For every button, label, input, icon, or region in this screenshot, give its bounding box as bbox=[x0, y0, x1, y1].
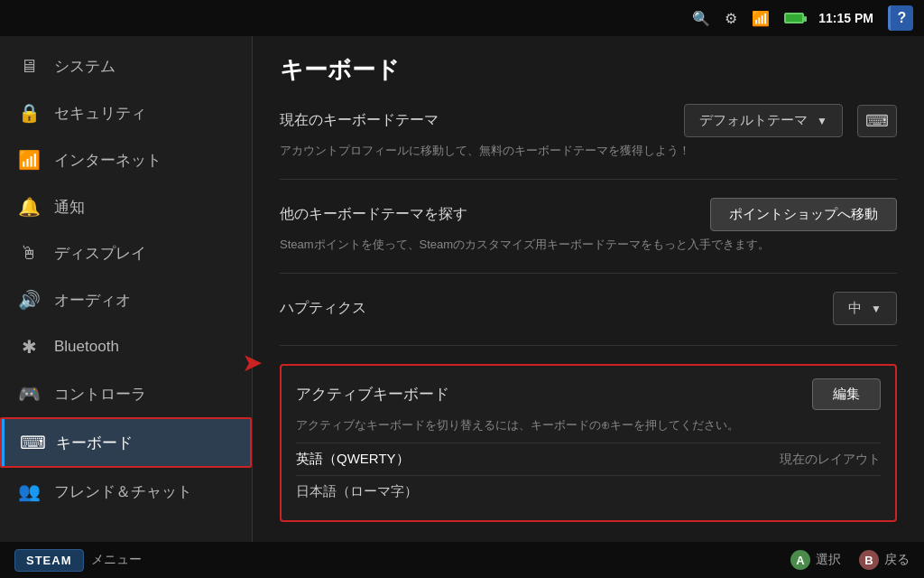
haptics-row: ハプティクス 中 ▼ bbox=[280, 292, 897, 325]
theme-value: デフォルトテーマ bbox=[699, 112, 808, 129]
display-icon: 🖱 bbox=[18, 243, 40, 264]
page-title: キーボード bbox=[280, 54, 897, 86]
sidebar-item-controller[interactable]: 🎮 コントローラ bbox=[0, 370, 252, 417]
sidebar-label-controller: コントローラ bbox=[54, 384, 146, 405]
sidebar-item-keyboard[interactable]: ⌨ キーボード bbox=[0, 417, 252, 468]
sidebar-item-security[interactable]: 🔒 セキュリティ bbox=[0, 89, 252, 136]
battery-icon bbox=[784, 13, 804, 23]
help-button[interactable]: ? bbox=[888, 5, 913, 31]
sidebar-label-internet: インターネット bbox=[54, 150, 162, 171]
controller-icon: 🎮 bbox=[18, 383, 40, 405]
sidebar-item-display[interactable]: 🖱 ディスプレイ bbox=[0, 230, 252, 276]
security-icon: 🔒 bbox=[18, 102, 40, 124]
steam-menu: STEAM メニュー bbox=[14, 549, 142, 572]
active-keyboard-header: アクティブキーボード 編集 bbox=[296, 378, 881, 410]
a-button[interactable]: A bbox=[790, 550, 810, 570]
current-layout-label: 現在のレイアウト bbox=[780, 452, 881, 468]
sidebar-item-audio[interactable]: 🔊 オーディオ bbox=[0, 276, 252, 323]
sidebar-item-system[interactable]: 🖥 システム bbox=[0, 43, 252, 89]
bottombar: STEAM メニュー A 選択 B 戻る bbox=[0, 542, 924, 578]
highlight-arrow: ➤ bbox=[242, 348, 269, 375]
sidebar-item-bluetooth[interactable]: ✱ Bluetooth bbox=[0, 323, 252, 370]
haptics-label: ハプティクス bbox=[280, 299, 366, 318]
keyboard-icon: ⌨ bbox=[20, 432, 42, 453]
keyboard-theme-row: 現在のキーボードテーマ デフォルトテーマ ▼ ⌨ bbox=[280, 104, 897, 137]
keyboard-theme-section: 現在のキーボードテーマ デフォルトテーマ ▼ ⌨ アカウントプロフィールに移動し… bbox=[280, 104, 897, 180]
sidebar-item-friends[interactable]: 👥 フレンド＆チャット bbox=[0, 468, 252, 515]
keyboard-layout-name-japanese: 日本語（ローマ字） bbox=[296, 483, 418, 500]
find-themes-section: 他のキーボードテーマを探す ポイントショップへ移動 Steamポイントを使って、… bbox=[280, 198, 897, 274]
system-icon: 🖥 bbox=[18, 56, 40, 77]
haptics-dropdown[interactable]: 中 ▼ bbox=[833, 292, 897, 325]
internet-icon: 📶 bbox=[18, 149, 40, 171]
haptics-section: ハプティクス 中 ▼ bbox=[280, 292, 897, 346]
action-back: B 戻る bbox=[859, 550, 910, 570]
search-icon[interactable]: 🔍 bbox=[692, 10, 710, 27]
main-content: キーボード 現在のキーボードテーマ デフォルトテーマ ▼ ⌨ アカウントプロフィ… bbox=[253, 36, 924, 542]
action-select: A 選択 bbox=[790, 550, 841, 570]
select-label: 選択 bbox=[816, 552, 841, 568]
sidebar: 🖥 システム 🔒 セキュリティ 📶 インターネット 🔔 通知 🖱 ディスプレイ … bbox=[0, 36, 253, 542]
friends-icon: 👥 bbox=[18, 480, 40, 502]
find-themes-label: 他のキーボードテーマを探す bbox=[280, 205, 467, 224]
find-themes-desc: Steamポイントを使って、Steamのカスタマイズ用キーボードテーマをもっと入… bbox=[280, 237, 897, 253]
sidebar-label-notifications: 通知 bbox=[54, 197, 85, 218]
theme-dropdown[interactable]: デフォルトテーマ ▼ bbox=[684, 104, 843, 137]
active-keyboard-section: アクティブキーボード 編集 アクティブなキーボードを切り替えるには、キーボードの… bbox=[280, 364, 897, 522]
keyboard-theme-desc: アカウントプロフィールに移動して、無料のキーボードテーマを獲得しよう！ bbox=[280, 143, 897, 159]
keyboard-preview-icon: ⌨ bbox=[865, 111, 889, 131]
active-keyboard-desc: アクティブなキーボードを切り替えるには、キーボードの⊕キーを押してください。 bbox=[296, 417, 881, 434]
edit-keyboard-button[interactable]: 編集 bbox=[812, 378, 881, 410]
settings-icon[interactable]: ⚙ bbox=[725, 10, 737, 27]
haptics-value: 中 bbox=[848, 300, 862, 317]
sidebar-label-friends: フレンド＆チャット bbox=[54, 481, 192, 502]
keyboard-layout-row-english: 英語（QWERTY） 現在のレイアウト bbox=[296, 443, 881, 475]
wifi-icon[interactable]: 📶 bbox=[752, 10, 770, 27]
dropdown-arrow-icon: ▼ bbox=[817, 115, 827, 127]
point-shop-button[interactable]: ポイントショップへ移動 bbox=[710, 198, 897, 231]
sidebar-label-display: ディスプレイ bbox=[54, 243, 146, 264]
active-keyboard-title: アクティブキーボード bbox=[296, 384, 449, 405]
sidebar-label-audio: オーディオ bbox=[54, 290, 131, 311]
bluetooth-icon: ✱ bbox=[18, 336, 40, 358]
steam-button[interactable]: STEAM bbox=[14, 549, 84, 572]
bottom-actions: A 選択 B 戻る bbox=[790, 550, 910, 570]
menu-label: メニュー bbox=[91, 552, 142, 568]
keyboard-layout-row-japanese: 日本語（ローマ字） bbox=[296, 475, 881, 508]
b-button[interactable]: B bbox=[859, 550, 879, 570]
haptics-dropdown-arrow-icon: ▼ bbox=[871, 303, 882, 315]
theme-controls: デフォルトテーマ ▼ ⌨ bbox=[684, 104, 897, 137]
keyboard-layout-name-english: 英語（QWERTY） bbox=[296, 451, 410, 468]
main-layout: 🖥 システム 🔒 セキュリティ 📶 インターネット 🔔 通知 🖱 ディスプレイ … bbox=[0, 36, 924, 542]
keyboard-preview-button[interactable]: ⌨ bbox=[857, 105, 897, 137]
audio-icon: 🔊 bbox=[18, 289, 40, 311]
topbar: 🔍 ⚙ 📶 11:15 PM ? bbox=[0, 0, 924, 36]
sidebar-label-system: システム bbox=[54, 56, 116, 77]
clock: 11:15 PM bbox=[818, 11, 873, 25]
find-themes-row: 他のキーボードテーマを探す ポイントショップへ移動 bbox=[280, 198, 897, 231]
notifications-icon: 🔔 bbox=[18, 196, 40, 218]
keyboard-theme-label: 現在のキーボードテーマ bbox=[280, 111, 439, 130]
sidebar-label-bluetooth: Bluetooth bbox=[54, 338, 119, 356]
back-label: 戻る bbox=[884, 552, 910, 568]
sidebar-label-security: セキュリティ bbox=[54, 103, 146, 124]
sidebar-item-internet[interactable]: 📶 インターネット bbox=[0, 136, 252, 183]
sidebar-item-notifications[interactable]: 🔔 通知 bbox=[0, 183, 252, 230]
sidebar-label-keyboard: キーボード bbox=[56, 433, 133, 453]
